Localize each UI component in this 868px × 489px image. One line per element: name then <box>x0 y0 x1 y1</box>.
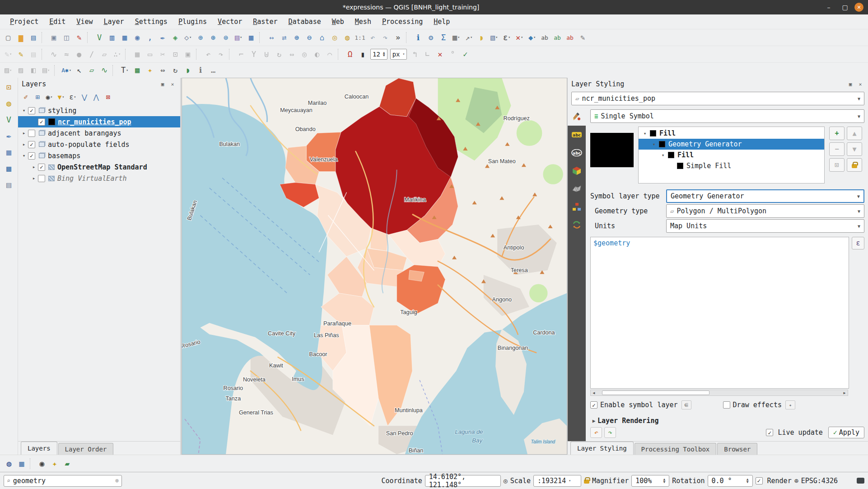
scale-lock-icon[interactable] <box>584 480 589 484</box>
quickosm-button[interactable]: ✦ <box>49 458 61 470</box>
diagram-options-button[interactable]: ▤▾ <box>40 65 52 76</box>
menu-settings[interactable]: Settings <box>130 16 173 27</box>
menu-mesh[interactable]: Mesh <box>350 16 377 27</box>
layer-tree-item-ncr-municities-pop[interactable]: ncr_municities_pop <box>18 116 180 127</box>
render-checkbox[interactable] <box>756 477 763 484</box>
open-project-button[interactable]: ▆ <box>15 32 27 43</box>
cad-units-combo[interactable]: px▾ <box>390 49 407 60</box>
redo-button[interactable]: ↷ <box>215 48 227 60</box>
new-shapefile-layer-button[interactable]: ✒ <box>157 32 168 43</box>
add-symbol-layer-button[interactable]: + <box>829 127 845 140</box>
layer-diagram-options-button[interactable]: ▨▾ <box>2 65 14 76</box>
menu-plugins[interactable]: Plugins <box>173 16 212 27</box>
menu-layer[interactable]: Layer <box>98 16 129 27</box>
crs-value[interactable]: EPSG:4326 <box>801 477 838 485</box>
magnifier-spinbox[interactable]: 100% ▲▼ <box>631 475 669 487</box>
show-layout-manager-button[interactable]: ◫ <box>61 32 72 43</box>
attribute-table-options-button[interactable]: ▦▾ <box>450 32 462 43</box>
layer-visibility-checkbox[interactable] <box>38 175 45 182</box>
tab-layers[interactable]: Layers <box>21 442 57 455</box>
float-panel-icon[interactable]: ▣ <box>159 80 167 88</box>
pin-unpin-labels-button[interactable]: ✦ <box>144 65 156 76</box>
save-layer-edits-button[interactable]: ▤ <box>28 48 39 60</box>
menu-help[interactable]: Help <box>428 16 455 27</box>
scrollbar-thumb[interactable] <box>602 390 709 395</box>
layer-label-options-button[interactable]: ◧ <box>28 65 39 76</box>
minimize-button[interactable]: – <box>822 2 835 12</box>
effects-star-icon[interactable]: ✦ <box>785 400 795 409</box>
layer-visibility-checkbox[interactable] <box>28 107 35 114</box>
tab-layer-order[interactable]: Layer Order <box>58 443 114 455</box>
tab-attributes-form[interactable] <box>568 198 586 216</box>
new-shapefile-button[interactable]: ✒ <box>3 130 15 142</box>
add-line-feature-button[interactable]: ∕ <box>86 48 98 60</box>
text-annotation-button[interactable]: ab <box>539 32 551 43</box>
stream-digitizing-button[interactable]: ≈ <box>61 48 72 60</box>
cut-features-button[interactable]: ✂ <box>157 48 168 60</box>
layer-visibility-checkbox[interactable] <box>28 152 35 160</box>
layer-visibility-checkbox[interactable] <box>38 164 45 171</box>
symbol-layer-type-select[interactable]: Geometry Generator▼ <box>666 189 864 203</box>
expander-icon[interactable]: ▸ <box>20 130 28 136</box>
expand-icon[interactable]: ▶ <box>590 418 597 424</box>
apply-button[interactable]: ✓ Apply <box>828 427 864 438</box>
attribute-table-shortcut-button[interactable]: ▦ <box>16 458 28 470</box>
tab-diagrams[interactable] <box>568 180 586 198</box>
move-annotation-button[interactable]: ◆▾ <box>526 32 538 43</box>
maximize-button[interactable]: ▢ <box>838 2 852 12</box>
select-by-expression-button[interactable]: ε▾ <box>501 32 513 43</box>
offset-curve-button[interactable]: ⌒ <box>324 48 336 60</box>
duplicate-symbol-layer-button[interactable]: ⊡ <box>829 158 845 172</box>
add-delimited-text-layer-button[interactable]: , <box>144 32 156 43</box>
layer-visibility-checkbox[interactable] <box>38 118 45 126</box>
digitize-with-curve-button[interactable]: ∿ <box>48 48 60 60</box>
renderer-select[interactable]: ≡ Single Symbol ▼ <box>590 109 864 123</box>
lock-symbol-color-button[interactable] <box>847 158 862 172</box>
add-polygon-annotation-button[interactable]: ▱ <box>86 65 98 76</box>
expression-builder-button[interactable]: ε <box>852 237 864 249</box>
tab-history[interactable] <box>568 216 586 234</box>
expand-all-button[interactable]: ⋁ <box>79 92 90 103</box>
add-vector-button[interactable]: V <box>3 114 15 126</box>
geometry-type-select[interactable]: ▱Polygon / MultiPolygon▼ <box>666 204 864 218</box>
enable-symbol-layer-checkbox[interactable] <box>590 401 597 409</box>
more-label-tools-button[interactable]: … <box>207 65 219 76</box>
units-select[interactable]: Map Units▼ <box>666 219 864 233</box>
menu-database[interactable]: Database <box>283 16 326 27</box>
locator-search-input[interactable]: ⌕ geometry ⊗ <box>4 475 122 487</box>
pan-to-selection-button[interactable]: ⇄ <box>278 32 290 43</box>
scale-combobox[interactable]: :193214 ▾ <box>533 475 581 487</box>
cad-degrees-button[interactable]: ° <box>447 48 458 60</box>
menu-raster[interactable]: Raster <box>247 16 283 27</box>
toolbar-overflow-button[interactable]: » <box>392 32 404 43</box>
statistical-summary-button[interactable]: Σ <box>438 32 449 43</box>
delete-selected-button[interactable]: ▭ <box>144 48 156 60</box>
rotation-spinbox[interactable]: 0.0 ° ▲▼ <box>708 475 753 487</box>
close-panel-icon[interactable]: ✕ <box>168 80 177 88</box>
add-xyz-layer-button[interactable]: ▤▾ <box>233 32 244 43</box>
symbol-layer-item-simple-fill[interactable]: Simple Fill <box>639 160 824 171</box>
layer-tree-item-auto-populate-fields[interactable]: ▸auto-populate fields <box>18 139 180 150</box>
pan-map-button[interactable]: ↔ <box>266 32 277 43</box>
move-symbol-layer-down-button[interactable]: ▼ <box>847 142 862 156</box>
highlight-pinned-labels-button[interactable]: ▩ <box>131 65 143 76</box>
new-print-layout-button[interactable]: ▣ <box>48 32 60 43</box>
add-polygon-feature-button[interactable]: ▱ <box>98 48 110 60</box>
measure-button[interactable]: ↗▾ <box>463 32 475 43</box>
tab-browser[interactable]: Browser <box>717 443 757 455</box>
vertex-tool-button[interactable]: ∴▾ <box>111 48 123 60</box>
text-tool-button[interactable]: T▾ <box>119 65 131 76</box>
reshape-features-button[interactable]: ⌐ <box>235 48 247 60</box>
merge-features-button[interactable]: ⊎ <box>261 48 272 60</box>
cad-perpendicular-button[interactable]: ∟ <box>421 48 433 60</box>
layer-tree-item-openstreetmap-standard[interactable]: ▸OpenStreetMap Standard <box>18 161 180 173</box>
automated-placement-settings-button[interactable]: ▨ <box>15 65 27 76</box>
layer-labeling-options-button[interactable]: A✱▾ <box>61 65 72 76</box>
close-button[interactable]: ✕ <box>854 3 863 12</box>
messages-icon[interactable] <box>857 478 864 484</box>
add-layer-panel-button[interactable]: ⊡ <box>3 81 15 93</box>
add-group-button[interactable]: ⊞ <box>32 92 43 103</box>
menu-vector[interactable]: Vector <box>212 16 247 27</box>
new-virtual-layer-button[interactable]: ◇▾ <box>182 32 194 43</box>
geometry-expression-input[interactable]: $geometry <box>590 237 849 389</box>
